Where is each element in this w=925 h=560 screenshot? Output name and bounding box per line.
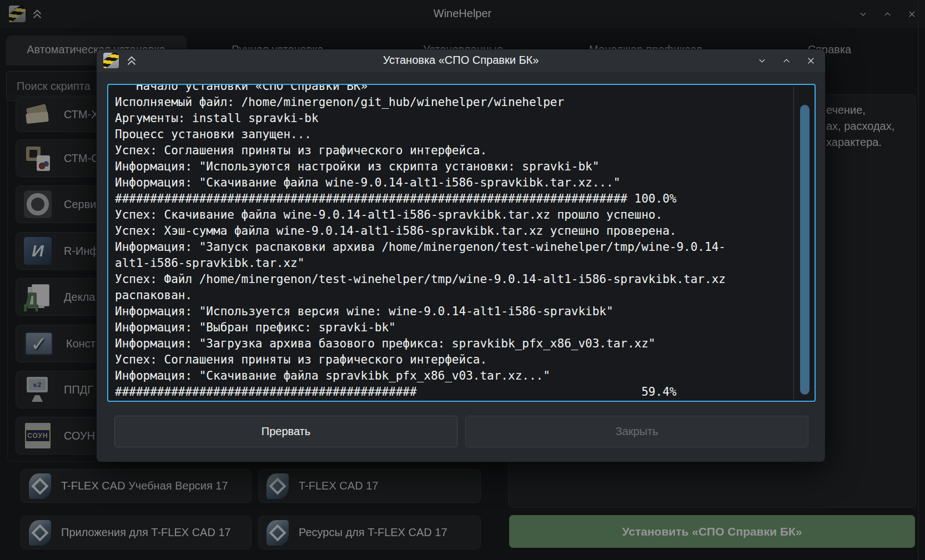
list-item-label: СТМ-Х	[64, 108, 99, 121]
grid-button-label: Ресурсы для T-FLEX CAD 17	[299, 526, 448, 539]
grid-button-tflex-edu[interactable]: T-FLEX CAD Учебная Версия 17	[21, 469, 252, 503]
abort-button[interactable]: Прервать	[114, 416, 458, 447]
grid-button-tflex-res[interactable]: Ресурсы для T-FLEX CAD 17	[258, 516, 481, 549]
grid-button-label: Приложения для T-FLEX CAD 17	[61, 526, 231, 539]
list-item-label: Конст	[66, 337, 95, 350]
window-title: WineHelper	[0, 7, 925, 20]
list-item-label: СТМ-С	[64, 152, 99, 165]
tflex-shield-icon	[267, 473, 289, 499]
list-item-label: ППДГ	[64, 384, 93, 396]
close-button[interactable]	[907, 9, 917, 19]
install-dialog: Установка «СПО Справки БК» Начало устано…	[96, 49, 826, 462]
close-button[interactable]	[806, 56, 816, 66]
checkmark-screen-icon	[25, 332, 53, 355]
minimize-button[interactable]	[858, 9, 868, 19]
install-log: Начало установки «СПО Справки БК» Исполн…	[115, 84, 726, 400]
grid-button-label: T-FLEX CAD 17	[299, 480, 378, 492]
dialog-titlebar: Установка «СПО Справки БК»	[97, 49, 825, 72]
grid-button-tflex-17[interactable]: T-FLEX CAD 17	[258, 469, 481, 503]
scrollbar-thumb[interactable]	[800, 105, 810, 395]
list-item-label: Серви	[64, 198, 97, 211]
list-item-label: Декла	[64, 291, 95, 304]
minimize-button[interactable]	[757, 56, 767, 66]
stm-box-icon	[24, 100, 52, 128]
window-edge	[918, 0, 919, 560]
maximize-button[interactable]	[781, 56, 792, 66]
stm-frame-icon	[24, 144, 52, 172]
ring-icon	[24, 190, 52, 218]
screen: WineHelper Автоматическая установка Ручн…	[0, 0, 925, 560]
grid-button-tflex-apps[interactable]: Приложения для T-FLEX CAD 17	[21, 516, 252, 549]
list-item-label: СОУН	[64, 430, 95, 442]
monitor-v2-icon	[24, 376, 52, 403]
tflex-shield-icon	[29, 520, 51, 546]
dialog-title: Установка «СПО Справки БК»	[97, 54, 825, 67]
blue-i-icon	[24, 237, 52, 265]
list-item-label: R-Инф	[64, 245, 99, 258]
green-d-doc-icon	[24, 283, 52, 311]
description-text: ечение, ах, расходах, характера.	[826, 102, 894, 150]
soun-badge-icon	[25, 423, 51, 448]
install-log-viewport[interactable]: Начало установки «СПО Справки БК» Исполн…	[107, 84, 816, 402]
main-titlebar: WineHelper	[0, 0, 925, 28]
install-spravki-bk-button[interactable]: Установить «СПО Справки БК»	[509, 515, 915, 548]
grid-button-label: T-FLEX CAD Учебная Версия 17	[61, 480, 228, 492]
tflex-shield-icon	[267, 520, 289, 546]
close-dialog-button: Закрыть	[465, 416, 808, 447]
maximize-button[interactable]	[882, 9, 893, 19]
scrollbar-track	[793, 86, 794, 400]
tflex-shield-icon	[29, 473, 51, 499]
